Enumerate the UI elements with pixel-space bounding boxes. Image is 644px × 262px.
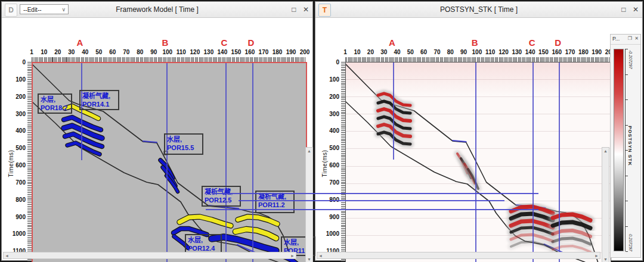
colorbar-tick bbox=[626, 226, 628, 227]
x-axis-tick-label: 120 bbox=[499, 49, 509, 55]
time-tick-label: 600 bbox=[5, 162, 26, 169]
x-axis-tick-label: 50 bbox=[407, 49, 414, 55]
correlation-line bbox=[239, 200, 504, 201]
x-axis-tick-label: 150 bbox=[231, 49, 242, 55]
x-axis-tick-label: 70 bbox=[123, 49, 129, 55]
time-tick-label: 500 bbox=[5, 145, 26, 151]
x-axis-tick-label: 90 bbox=[150, 49, 157, 55]
scroll-up-icon[interactable]: ▲ bbox=[307, 148, 311, 154]
well-marker-A: A bbox=[389, 38, 395, 48]
edit-dropdown-label: --Edit-- bbox=[23, 7, 42, 13]
well-line-B bbox=[166, 63, 168, 262]
time-tick-label: 500 bbox=[319, 145, 339, 151]
maximize-button[interactable]: □ bbox=[621, 5, 626, 14]
y-axis-minor-ticks bbox=[341, 62, 345, 262]
annotation-box: 凝析气藏,POR14.1 bbox=[79, 90, 119, 110]
x-axis-tick-label: 140 bbox=[525, 49, 535, 55]
x-axis-tick-label: 180 bbox=[578, 49, 589, 55]
framework-model-canvas[interactable]: 水层,POR18.2凝析气藏,POR14.1水层,POR15.5凝析气藏,POR… bbox=[32, 62, 307, 262]
vertical-scrollbar[interactable]: ▲▼ bbox=[602, 147, 609, 262]
framework-titlebar[interactable]: D --Edit-- ∨ Framework Model [ Time ] □ … bbox=[2, 2, 312, 18]
colorbar-min-value: 0.207297 bbox=[628, 234, 633, 251]
x-axis-tick-label: 10 bbox=[354, 49, 361, 55]
close-icon[interactable]: ✕ bbox=[634, 36, 639, 41]
chevron-down-icon: ∨ bbox=[61, 5, 66, 15]
scroll-left-icon[interactable]: ◄ bbox=[318, 253, 323, 259]
framework-model-window: D --Edit-- ∨ Framework Model [ Time ] □ … bbox=[1, 1, 313, 261]
framework-content: Time(ms) 水层,POR18.2凝析气藏,POR14.1水层,POR15.… bbox=[2, 17, 312, 260]
correlation-line bbox=[206, 209, 538, 210]
window-icon-d[interactable]: D bbox=[5, 4, 17, 17]
scroll-down-icon[interactable]: ▼ bbox=[603, 257, 608, 262]
time-tick-label: 800 bbox=[5, 196, 26, 202]
annotation-line2: POR18.2 bbox=[41, 104, 69, 112]
x-axis-tick-label: 110 bbox=[177, 49, 186, 55]
annotation-line2: POR15.5 bbox=[167, 144, 200, 152]
time-tick-label: 0 bbox=[319, 59, 339, 66]
well-marker-D: D bbox=[248, 38, 255, 48]
colorbar-panel: P... ❐ ✕ -0.207297 POSTSYN STK 0.207297 bbox=[610, 34, 641, 258]
close-button[interactable]: ✕ bbox=[303, 5, 309, 14]
scroll-right-icon[interactable]: ► bbox=[595, 253, 599, 259]
x-axis-tick-label: 1 bbox=[30, 49, 33, 55]
well-marker-D: D bbox=[555, 38, 561, 48]
x-axis-tick-label: 90 bbox=[460, 49, 467, 55]
x-axis-tick-label: 30 bbox=[380, 49, 387, 55]
x-axis-tick-label: 180 bbox=[273, 49, 283, 55]
x-axis-tick-label: 190 bbox=[592, 49, 602, 55]
horizontal-scrollbar[interactable]: ◄► bbox=[3, 252, 296, 259]
colorbar-header: P... ❐ ✕ bbox=[611, 35, 640, 45]
colorbar-tick bbox=[626, 251, 628, 252]
x-axis-tick-label: 120 bbox=[190, 49, 200, 55]
annotation-line1: 凝析气藏, bbox=[205, 188, 238, 196]
time-tick-label: 300 bbox=[5, 110, 26, 117]
x-axis-tick-label: 80 bbox=[447, 49, 454, 55]
y-axis-minor-ticks bbox=[27, 62, 32, 262]
scroll-down-icon[interactable]: ▼ bbox=[307, 257, 311, 262]
x-axis-tick-label: 40 bbox=[394, 49, 400, 55]
x-axis-minor-ticks bbox=[32, 57, 306, 62]
vertical-scrollbar[interactable]: ▲▼ bbox=[305, 147, 313, 262]
well-line-D bbox=[559, 63, 560, 262]
well-line-C bbox=[225, 63, 227, 262]
time-tick-label: 700 bbox=[5, 179, 26, 185]
x-axis-tick-label: 100 bbox=[163, 49, 173, 55]
model-geometry bbox=[346, 63, 611, 262]
annotation-line2: POR14.1 bbox=[82, 100, 116, 108]
x-axis-tick-label: 100 bbox=[472, 49, 482, 55]
horizontal-scrollbar[interactable]: ◄► bbox=[317, 252, 600, 259]
x-axis-tick-label: 60 bbox=[420, 49, 427, 55]
window-icon-t[interactable]: T bbox=[318, 4, 331, 17]
seismic-canvas[interactable] bbox=[345, 62, 611, 262]
x-axis-tick-label: 130 bbox=[204, 49, 214, 55]
well-line-C bbox=[532, 63, 534, 262]
scroll-left-icon[interactable]: ◄ bbox=[5, 253, 9, 259]
postsyn-titlebar[interactable]: T POSTSYN_STK [ Time ] □ ✕ bbox=[315, 2, 642, 18]
edit-dropdown[interactable]: --Edit-- ∨ bbox=[20, 4, 69, 14]
annotation-box: 水层,POR15.5 bbox=[164, 133, 203, 155]
annotation-box: 凝析气藏,POR12.5 bbox=[202, 186, 241, 207]
pin-icon[interactable]: ❐ bbox=[628, 36, 632, 41]
scroll-right-icon[interactable]: ► bbox=[290, 253, 295, 259]
correlation-line bbox=[213, 193, 538, 194]
x-axis-tick-label: 20 bbox=[367, 49, 374, 55]
x-axis-tick-label: 30 bbox=[68, 49, 75, 55]
time-tick-label: 1000 bbox=[5, 230, 26, 237]
close-button[interactable]: ✕ bbox=[633, 5, 639, 14]
scroll-up-icon[interactable]: ▲ bbox=[603, 148, 608, 154]
annotation-line1: 水层, bbox=[167, 135, 200, 144]
x-axis-tick-label: 160 bbox=[245, 49, 255, 55]
x-axis-tick-label: 10 bbox=[41, 49, 47, 55]
x-axis-minor-ticks bbox=[345, 57, 611, 62]
time-tick-label: 200 bbox=[5, 93, 26, 99]
annotation-box: 水层,POR12.4 bbox=[185, 234, 222, 254]
annotation-line1: 水层, bbox=[188, 236, 219, 244]
well-marker-B: B bbox=[472, 38, 478, 48]
colorbar-tick bbox=[626, 74, 628, 75]
well-line-B bbox=[475, 63, 476, 262]
maximize-button[interactable]: □ bbox=[292, 5, 296, 14]
time-tick-label: 1000 bbox=[319, 230, 339, 237]
colorbar-gradient bbox=[614, 49, 624, 251]
time-tick-label: 400 bbox=[5, 127, 26, 134]
postsyn-stk-window: T POSTSYN_STK [ Time ] □ ✕ Time(ms) ▲▼ ◄… bbox=[315, 1, 643, 261]
